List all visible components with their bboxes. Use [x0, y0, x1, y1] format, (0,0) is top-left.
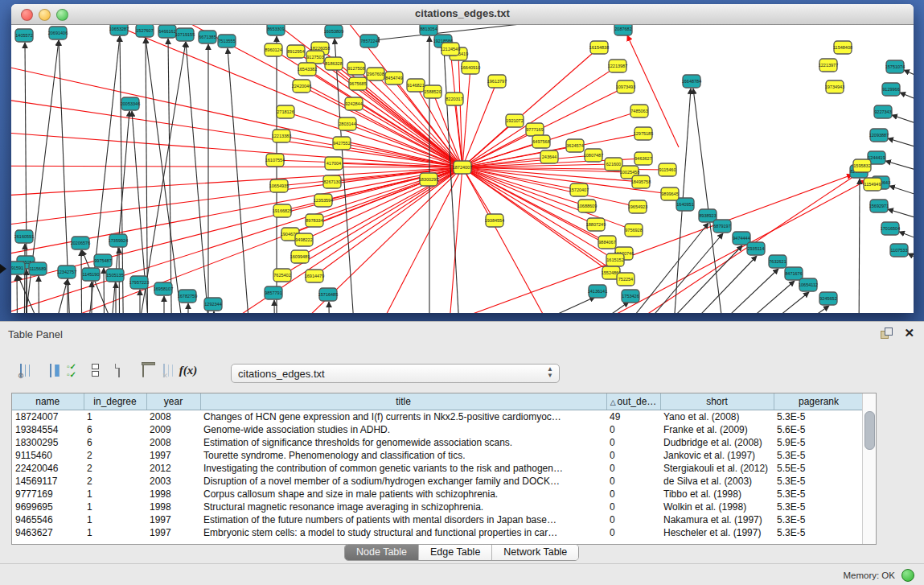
graph-edge[interactable]: [146, 38, 188, 313]
graph-node[interactable]: 9146821: [407, 79, 425, 92]
graph-node[interactable]: 10719155: [175, 28, 195, 41]
graph-node[interactable]: 1145190: [82, 268, 100, 281]
graph-node[interactable]: 12213977: [819, 59, 838, 72]
table-row[interactable]: 1456911722003Disruption of a novel membe…: [12, 475, 864, 488]
column-header-short[interactable]: short: [660, 393, 774, 410]
graph-node[interactable]: 20053346: [121, 97, 140, 110]
graph-node[interactable]: 7625402: [273, 269, 291, 282]
graph-node[interactable]: 391591: [11, 262, 25, 274]
graph-edge[interactable]: [329, 302, 330, 313]
graph-node[interactable]: 752254: [617, 273, 634, 286]
table-select[interactable]: citations_edges.txt ▲▼: [231, 364, 560, 383]
table-row[interactable]: 946362711997Embryonic stem cells: a mode…: [12, 526, 864, 539]
graph-node[interactable]: 9975487: [94, 254, 112, 267]
graph-edge[interactable]: [462, 81, 497, 167]
graph-node[interactable]: 243644: [540, 150, 558, 163]
graph-node[interactable]: 1640951: [676, 198, 694, 211]
graph-node[interactable]: 9127508: [347, 62, 365, 75]
graph-node[interactable]: 8186328: [325, 57, 343, 70]
column-header-year[interactable]: year: [146, 393, 200, 410]
table-row[interactable]: 1830029562008Estimation of significance …: [12, 436, 864, 449]
column-header-name[interactable]: name: [12, 393, 84, 410]
graph-node[interactable]: 1292344: [204, 298, 222, 311]
graph-edge[interactable]: [711, 292, 809, 313]
graph-node[interactable]: 9115460: [659, 163, 676, 176]
graph-edge[interactable]: [542, 297, 595, 313]
graph-node[interactable]: 9498222: [295, 233, 313, 246]
graph-edge[interactable]: [104, 268, 105, 313]
graph-node[interactable]: 16640910: [461, 61, 480, 74]
graph-edge[interactable]: [859, 179, 860, 313]
graph-node[interactable]: 17359924: [109, 234, 128, 247]
close-panel-icon[interactable]: ✕: [904, 326, 914, 340]
graph-node[interactable]: 15720407: [569, 183, 589, 196]
clear-row-selection-button[interactable]: [84, 357, 106, 383]
graph-edge[interactable]: [26, 270, 27, 313]
graph-node[interactable]: 14136141: [588, 285, 607, 298]
graph-node[interactable]: 19166825: [273, 204, 292, 217]
graph-node[interactable]: 9427552: [333, 137, 351, 150]
column-header-title[interactable]: title: [200, 393, 606, 410]
graph-node[interactable]: 9227343: [874, 105, 892, 118]
graph-node[interactable]: 16914479: [305, 270, 324, 282]
graph-node[interactable]: 8912954: [287, 45, 305, 58]
graph-node[interactable]: 1588520: [424, 85, 441, 98]
graph-node[interactable]: 19654923: [628, 200, 647, 213]
graph-edge[interactable]: [462, 167, 574, 313]
graph-edge[interactable]: [892, 115, 914, 133]
graph-node[interactable]: 1405572: [15, 29, 33, 42]
graph-node[interactable]: 9474444: [733, 232, 750, 245]
graph-node[interactable]: 16154838: [589, 41, 609, 54]
graph-node[interactable]: 11548408: [833, 41, 852, 54]
table-row[interactable]: 1872400712008Changes of HCN gene express…: [12, 410, 864, 424]
vertical-scrollbar[interactable]: [862, 393, 876, 544]
graph-node[interactable]: 9675685: [349, 77, 367, 90]
graph-node[interactable]: 15692971: [869, 200, 889, 212]
graph-edge[interactable]: [904, 70, 914, 88]
graph-node[interactable]: 7632621: [769, 255, 786, 268]
graph-node[interactable]: 10653287: [109, 25, 129, 35]
graph-node[interactable]: 1921072: [506, 114, 524, 127]
graph-edge[interactable]: [462, 167, 638, 207]
graph-edge[interactable]: [462, 167, 579, 190]
table-row[interactable]: 1938455462009Genome-wide association stu…: [12, 423, 864, 436]
network-canvas[interactable]: 18724007 1405572 20691406 10653287 15276…: [11, 25, 914, 313]
graph-node[interactable]: 2087682: [614, 25, 632, 35]
graph-node[interactable]: 2803144: [339, 117, 356, 130]
tab-network-table[interactable]: Network Table: [492, 545, 578, 560]
graph-node[interactable]: 10973493: [616, 80, 635, 93]
graph-node[interactable]: 8960124: [265, 43, 282, 56]
graph-node[interactable]: 8813054: [420, 25, 437, 35]
graph-edge[interactable]: [446, 167, 462, 313]
graph-node[interactable]: 12353594: [314, 194, 333, 207]
graph-node[interactable]: 9242844: [345, 97, 363, 110]
window-titlebar[interactable]: citations_edges.txt: [11, 4, 914, 25]
graph-edge[interactable]: [900, 93, 914, 110]
graph-node[interactable]: 10654112: [799, 278, 818, 291]
graph-node[interactable]: 17016504: [881, 222, 900, 235]
graph-node[interactable]: 9857791: [265, 286, 282, 299]
graph-node[interactable]: 9777169: [526, 123, 544, 136]
column-header-indegree[interactable]: in_degree: [84, 393, 146, 410]
graph-node[interactable]: 1595832: [853, 159, 871, 172]
graph-node[interactable]: 16099489: [290, 250, 310, 263]
delete-table-button[interactable]: [132, 357, 154, 383]
graph-node[interactable]: 8454749: [385, 72, 403, 84]
graph-node[interactable]: 19734943: [825, 80, 844, 93]
graph-node[interactable]: 12093887: [869, 129, 889, 142]
graph-node[interactable]: 1615152: [606, 253, 624, 266]
graph-edge[interactable]: [11, 130, 462, 167]
graph-edge[interactable]: [35, 25, 462, 167]
graph-node[interactable]: 9756928: [625, 224, 643, 237]
graph-node[interactable]: 12975185: [634, 127, 653, 140]
graph-edge[interactable]: [39, 276, 39, 313]
graph-node[interactable]: 22420046: [292, 80, 311, 93]
graph-node[interactable]: 12124549: [441, 43, 460, 56]
graph-node[interactable]: 20206576: [71, 237, 90, 249]
graph-edge[interactable]: [444, 48, 462, 313]
graph-node[interactable]: 12213383: [272, 130, 291, 142]
function-builder-button[interactable]: f(x): [177, 357, 199, 383]
graph-node[interactable]: 9463627: [634, 152, 652, 165]
graph-node[interactable]: 1527607: [136, 25, 154, 37]
graph-edge[interactable]: [908, 253, 914, 271]
